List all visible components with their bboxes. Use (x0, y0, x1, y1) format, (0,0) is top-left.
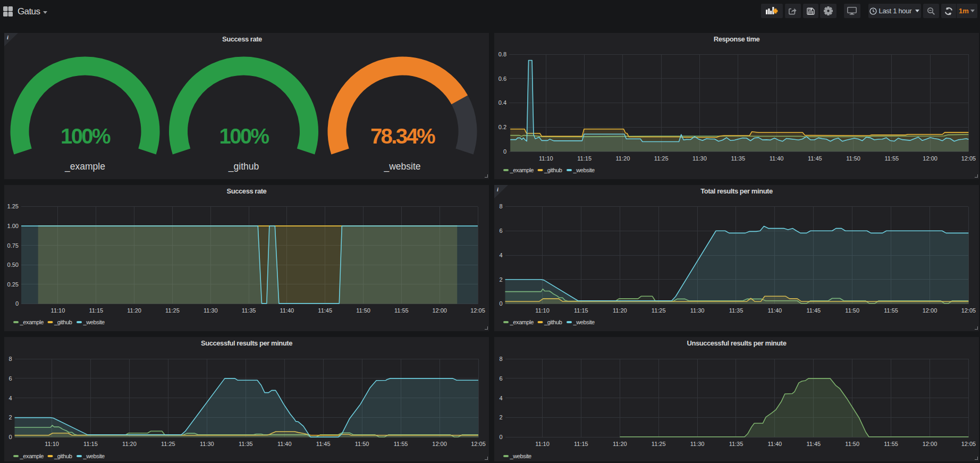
svg-text:11:30: 11:30 (690, 441, 705, 447)
svg-text:1.25: 1.25 (7, 203, 19, 209)
svg-text:12:00: 12:00 (923, 307, 937, 314)
svg-text:11:10: 11:10 (535, 441, 550, 447)
svg-text:11:30: 11:30 (200, 441, 214, 447)
svg-text:_example: _example (20, 319, 44, 325)
svg-text:11:45: 11:45 (806, 307, 821, 314)
svg-text:_website: _website (573, 319, 595, 325)
svg-text:_github: _github (54, 319, 72, 325)
svg-text:11:50: 11:50 (355, 441, 369, 447)
svg-text:8: 8 (9, 356, 12, 362)
svg-text:11:45: 11:45 (316, 441, 331, 447)
svg-text:11:20: 11:20 (616, 155, 630, 162)
svg-text:11:55: 11:55 (884, 307, 898, 314)
svg-text:11:20: 11:20 (127, 307, 141, 314)
svg-text:0: 0 (9, 434, 12, 440)
svg-text:_github: _github (544, 167, 562, 173)
svg-text:78.34%: 78.34% (370, 124, 435, 148)
svg-text:_example: _example (64, 161, 105, 172)
svg-text:2: 2 (9, 414, 12, 420)
svg-text:11:55: 11:55 (394, 307, 409, 314)
svg-text:11:35: 11:35 (242, 307, 256, 314)
svg-text:0: 0 (499, 300, 502, 307)
svg-text:0.2: 0.2 (499, 124, 506, 130)
svg-text:_example: _example (510, 319, 534, 325)
svg-text:11:10: 11:10 (45, 441, 59, 447)
svg-text:12:05: 12:05 (470, 307, 485, 314)
svg-text:12:05: 12:05 (961, 441, 976, 447)
svg-text:0: 0 (503, 148, 506, 155)
svg-text:11:35: 11:35 (239, 441, 253, 447)
svg-text:11:15: 11:15 (577, 155, 592, 162)
svg-text:12:00: 12:00 (923, 155, 937, 162)
svg-text:_website: _website (510, 453, 531, 459)
svg-text:4: 4 (499, 252, 502, 258)
svg-text:11:40: 11:40 (277, 441, 292, 447)
svg-text:8: 8 (499, 203, 502, 209)
svg-text:11:55: 11:55 (884, 441, 898, 447)
svg-text:11:25: 11:25 (165, 307, 180, 314)
svg-text:4: 4 (9, 395, 12, 401)
svg-text:11:10: 11:10 (51, 307, 65, 314)
svg-text:_github: _github (544, 319, 562, 325)
svg-text:6: 6 (499, 375, 502, 382)
svg-text:6: 6 (9, 375, 12, 382)
svg-text:11:40: 11:40 (768, 307, 782, 314)
svg-text:0.4: 0.4 (499, 99, 506, 106)
svg-text:100%: 100% (219, 124, 269, 148)
svg-text:11:30: 11:30 (692, 155, 707, 162)
svg-text:11:20: 11:20 (613, 307, 627, 314)
svg-text:12:05: 12:05 (471, 441, 486, 447)
svg-text:11:15: 11:15 (89, 307, 103, 314)
svg-text:11:25: 11:25 (652, 307, 666, 314)
svg-text:0.75: 0.75 (7, 242, 19, 249)
svg-text:11:50: 11:50 (846, 155, 860, 162)
svg-text:_website: _website (83, 453, 105, 459)
svg-text:_website: _website (83, 319, 105, 325)
svg-text:11:45: 11:45 (806, 441, 821, 447)
svg-text:11:45: 11:45 (808, 155, 822, 162)
svg-text:12:05: 12:05 (961, 155, 976, 162)
svg-text:8: 8 (499, 356, 502, 362)
svg-text:2: 2 (499, 276, 502, 283)
svg-text:11:15: 11:15 (574, 441, 588, 447)
svg-text:12:05: 12:05 (961, 307, 976, 314)
svg-text:11:55: 11:55 (394, 441, 408, 447)
svg-text:11:25: 11:25 (652, 441, 666, 447)
svg-text:_github: _github (54, 453, 72, 459)
svg-text:11:40: 11:40 (770, 155, 784, 162)
svg-text:11:50: 11:50 (845, 441, 859, 447)
svg-text:4: 4 (499, 395, 502, 401)
svg-text:12:00: 12:00 (432, 307, 447, 314)
svg-text:_website: _website (573, 167, 595, 173)
svg-text:12:00: 12:00 (432, 441, 447, 447)
svg-text:11:50: 11:50 (356, 307, 370, 314)
svg-text:0.25: 0.25 (7, 281, 19, 288)
svg-text:11:35: 11:35 (729, 307, 744, 314)
svg-text:11:20: 11:20 (613, 441, 627, 447)
svg-text:11:15: 11:15 (574, 307, 588, 314)
svg-text:11:45: 11:45 (318, 307, 332, 314)
svg-text:11:30: 11:30 (204, 307, 218, 314)
svg-text:11:25: 11:25 (654, 155, 669, 162)
svg-text:_example: _example (510, 167, 534, 173)
svg-text:0.6: 0.6 (499, 75, 506, 82)
svg-text:0.50: 0.50 (7, 262, 19, 268)
svg-text:0: 0 (499, 434, 502, 440)
svg-text:6: 6 (499, 228, 502, 234)
svg-text:_website: _website (383, 161, 420, 172)
svg-text:11:40: 11:40 (768, 441, 782, 447)
svg-text:0: 0 (15, 300, 19, 307)
svg-text:11:50: 11:50 (845, 307, 859, 314)
svg-text:12:00: 12:00 (923, 441, 937, 447)
svg-text:11:40: 11:40 (280, 307, 294, 314)
svg-text:11:20: 11:20 (122, 441, 137, 447)
svg-text:11:10: 11:10 (535, 307, 550, 314)
svg-text:11:35: 11:35 (729, 441, 744, 447)
svg-text:100%: 100% (61, 124, 111, 148)
svg-text:11:15: 11:15 (83, 441, 98, 447)
svg-text:11:10: 11:10 (539, 155, 553, 162)
svg-text:_github: _github (228, 161, 259, 172)
svg-text:11:30: 11:30 (690, 307, 705, 314)
svg-text:11:25: 11:25 (161, 441, 175, 447)
svg-text:11:35: 11:35 (731, 155, 745, 162)
